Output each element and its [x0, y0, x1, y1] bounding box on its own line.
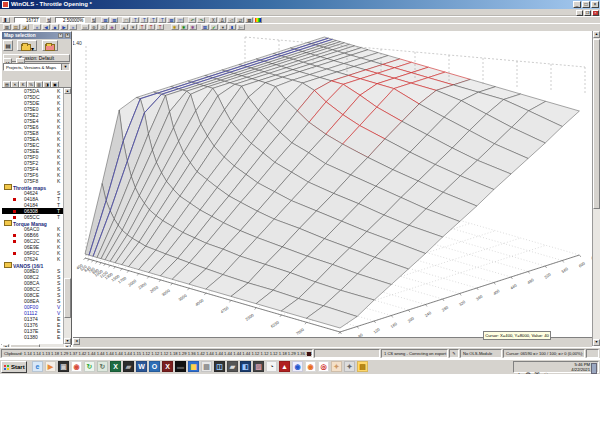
taskbar-app-icon[interactable]: ▰: [123, 361, 134, 372]
toolbar-button-icon[interactable]: ✔: [210, 24, 218, 30]
taskbar-app-icon[interactable]: ✦: [331, 361, 342, 372]
taskbar-app-icon[interactable]: O: [149, 361, 160, 372]
taskbar-app-icon[interactable]: ▤: [357, 361, 368, 372]
toolbar-button-icon[interactable]: ▶: [60, 24, 68, 30]
map-vertical-scrollbar[interactable]: ▲ ▼: [592, 31, 600, 346]
toolbar-button-icon[interactable]: T: [156, 24, 164, 30]
taskbar-app-icon[interactable]: ◧: [240, 361, 251, 372]
toolbar-button-icon[interactable]: »: [69, 24, 77, 30]
toolbar-button-icon[interactable]: ▦: [201, 24, 209, 30]
toolbar-button-icon[interactable]: T: [147, 24, 155, 30]
rpm-tick-label: 6250: [270, 319, 281, 329]
chevron-down-icon[interactable]: ▼: [61, 64, 69, 70]
cursor-status: Cursor: 06590 => 100 / 100; => 0 (0,00%)…: [503, 349, 585, 358]
toolbar-button-icon[interactable]: ◈: [108, 24, 116, 30]
rpm-tick-label: 3000: [161, 288, 172, 298]
taskbar-app-icon[interactable]: X: [162, 361, 173, 372]
scrollbar-thumb[interactable]: [593, 39, 600, 209]
toolbar-button-icon[interactable]: ▤: [12, 24, 20, 30]
modified-marker-icon: [13, 216, 16, 219]
taskbar-app-icon[interactable]: ↻: [84, 361, 95, 372]
scope-dropdown[interactable]: Projects, Versions & Maps ▼: [3, 63, 70, 71]
taskbar-app-icon[interactable]: W: [136, 361, 147, 372]
taskbar-app-icon[interactable]: ✦: [344, 361, 355, 372]
ols-module-status: No OLS-Module: [460, 349, 502, 358]
toolbar-button-icon[interactable]: ▮: [228, 24, 236, 30]
toolbar-button-icon[interactable]: ■: [51, 24, 59, 30]
window-title: WinOLS - Throttle Opening *: [11, 1, 92, 7]
taskbar-app-icon[interactable]: e: [32, 361, 43, 372]
panel-pin-icon[interactable]: ▪: [58, 33, 63, 38]
windows-logo-icon: [4, 365, 9, 370]
taskbar-app-icon[interactable]: ▤: [201, 361, 212, 372]
toolbar-button-icon[interactable]: ▲: [120, 24, 128, 30]
toolbar-button-icon[interactable]: ▩: [3, 24, 11, 30]
winols-application-window: WinOLS - Throttle Opening * _ □ × Projec…: [0, 0, 600, 432]
taskbar-app-icon[interactable]: ◎: [318, 361, 329, 372]
taskbar-app-icon[interactable]: ◔: [266, 361, 277, 372]
start-button[interactable]: Start: [1, 361, 27, 373]
taskbar-app-icon[interactable]: ▨: [253, 361, 264, 372]
toolbar-button-icon[interactable]: «: [33, 24, 41, 30]
navigation-toolbar: ▩▤◪«◀■▶»▭⊕⊙◈▲▼TTT✱✱✱▦✔▾▮⊢: [0, 23, 600, 31]
taskbar-app-icon[interactable]: ▬: [175, 361, 186, 372]
checksum-warning: 1 CS wrong - Correcting on export: [381, 349, 448, 358]
taskbar-app-icon[interactable]: ▦: [188, 361, 199, 372]
toolbar-button-icon[interactable]: ◪: [21, 24, 29, 30]
modified-marker-icon: [13, 234, 16, 237]
toolbar-button-icon[interactable]: ▾: [219, 24, 227, 30]
map-list-item[interactable]: 01380E: [2, 334, 71, 340]
taskbar-clock[interactable]: 5:46 PM 4/22/2021: [571, 362, 590, 372]
toolbar-button-icon[interactable]: ▼: [129, 24, 137, 30]
start-label: Start: [11, 364, 25, 370]
toolbar-button-icon[interactable]: T: [138, 24, 146, 30]
panel-vertical-scrollbar[interactable]: ▲ ▼: [63, 88, 71, 344]
import-button[interactable]: ▤: [3, 40, 13, 51]
load-tick-label: 160: [390, 321, 399, 329]
close-button[interactable]: ×: [591, 1, 599, 8]
taskbar-app-icon[interactable]: ◉: [292, 361, 303, 372]
rpm-tick-label: 4000: [194, 297, 205, 307]
maximize-button[interactable]: □: [582, 1, 590, 8]
open-maps-button[interactable]: [42, 40, 58, 51]
show-desktop-button[interactable]: [591, 363, 597, 374]
toolbar-button-icon[interactable]: ⊙: [99, 24, 107, 30]
toolbar-button-icon[interactable]: ◀: [42, 24, 50, 30]
toolbar-separator: [167, 24, 170, 30]
panel-close-icon[interactable]: ×: [65, 33, 70, 38]
taskbar-app-icon[interactable]: ▣: [58, 361, 69, 372]
tab-scroll-left-icon[interactable]: ◄: [73, 338, 80, 345]
cursor-tooltip: Cursor: X=400, Y=8000, Value: 40: [483, 331, 551, 340]
taskbar-app-icon[interactable]: ▲: [279, 361, 290, 372]
scrollbar-thumb[interactable]: [64, 278, 71, 318]
main-toolbar: ▌ 16737 ⇅ 2.50000% ⇅ ▦▦▢TTTT▦◫↶↷XΔ◁⇄▩■: [0, 16, 600, 23]
taskbar-app-icon[interactable]: ▰: [227, 361, 238, 372]
scroll-up-icon[interactable]: ▲: [64, 88, 71, 94]
rpm-tick-label: 7000: [295, 327, 306, 337]
taskbar-app-icon[interactable]: ◉: [71, 361, 82, 372]
load-tick-label: 480: [526, 277, 535, 285]
load-tick-label: 360: [475, 293, 484, 301]
toolbar-button-icon[interactable]: ✱: [180, 24, 188, 30]
toolbar-button-icon[interactable]: ✱: [189, 24, 197, 30]
load-tick-label: 200: [407, 315, 416, 323]
toolbar-button-icon[interactable]: ⊢: [237, 24, 245, 30]
open-project-button[interactable]: ▾: [17, 40, 37, 51]
load-tick-label: 600: [578, 260, 587, 268]
taskbar-app-icon[interactable]: ◉: [305, 361, 316, 372]
rpm-tick-label: 2300: [137, 281, 148, 291]
map-3d-view[interactable]: 4005206407608801000115013001500170020002…: [73, 31, 592, 337]
load-tick-label: 120: [372, 326, 381, 334]
scroll-down-icon[interactable]: ▼: [593, 339, 600, 346]
minimize-button[interactable]: _: [573, 1, 581, 8]
modified-marker-icon: [13, 198, 16, 201]
resize-grip[interactable]: [586, 349, 599, 358]
taskbar-app-icon[interactable]: ↻: [97, 361, 108, 372]
scroll-up-icon[interactable]: ▲: [593, 31, 600, 38]
taskbar-app-icon[interactable]: ◫: [214, 361, 225, 372]
taskbar-app-icon[interactable]: ▶: [45, 361, 56, 372]
toolbar-button-icon[interactable]: ▭: [81, 24, 89, 30]
toolbar-button-icon[interactable]: ⊕: [90, 24, 98, 30]
taskbar-app-icon[interactable]: X: [110, 361, 121, 372]
toolbar-button-icon[interactable]: ✱: [171, 24, 179, 30]
